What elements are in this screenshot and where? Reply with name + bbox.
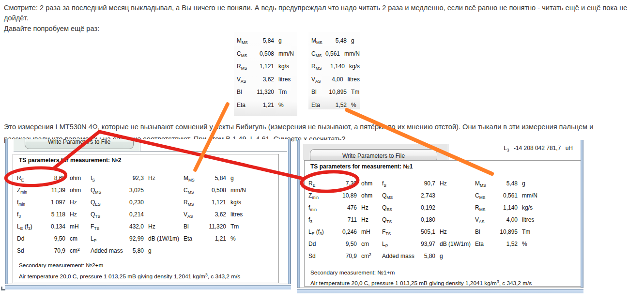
param-row: Sd70,9cm2	[308, 250, 372, 262]
param-value: 2,743	[412, 192, 435, 199]
param-unit: dB (1W/1m)	[440, 241, 471, 247]
param-row: f35 118Hz	[17, 208, 81, 220]
param-label: RMS	[237, 63, 254, 70]
param-value: 1,52	[328, 102, 347, 108]
param-row: FTS505,1Hz	[382, 226, 471, 238]
param-unit: cm2	[70, 247, 80, 254]
param-row: LE (f3)0,246mH	[308, 226, 372, 238]
param-column-3: MMS5,48gCMS0,561mm/NRMS1,140kg/sVAS4,00l…	[475, 177, 537, 250]
param-unit: Hz	[361, 216, 368, 223]
param-label: MMS	[237, 37, 254, 44]
param-unit: mm/N	[344, 50, 360, 57]
param-unit: mm/N	[230, 187, 246, 194]
param-label: Eta	[184, 235, 203, 242]
param-value: 0,214	[121, 211, 144, 218]
param-unit: Hz	[148, 223, 155, 230]
param-label: QMS	[91, 187, 121, 194]
param-unit: cm	[361, 241, 369, 247]
param-label: CMS	[184, 187, 203, 194]
param-unit: g	[148, 247, 152, 254]
ts-parameters-groupbox: TS parameters for measurement: №1 RE7,30…	[304, 160, 581, 287]
param-row: Zmin11,39ohm	[17, 184, 81, 196]
param-value: 11,320	[203, 223, 226, 230]
param-value: 8,69	[43, 175, 65, 182]
param-row: QTS0,180	[382, 213, 471, 226]
param-value: 7,30	[335, 180, 357, 187]
window-border-right	[581, 140, 583, 293]
param-row: RE7,30ohm	[308, 177, 372, 189]
param-row: MMS5,48g	[308, 34, 360, 47]
param-column-1: RE8,69ohmZmin11,39ohmfmin1 097Hzf35 118H…	[17, 172, 81, 257]
param-value: 11,39	[43, 187, 65, 194]
param-unit: Tm	[522, 228, 530, 235]
param-unit: mH	[361, 228, 370, 235]
param-label: CMS	[311, 50, 325, 57]
air-conditions-note: Air temperature 20,0 C, pressure 1 013,2…	[19, 273, 240, 280]
param-value: 1,121	[254, 63, 274, 70]
param-unit: litres	[348, 76, 360, 83]
param-unit: Hz	[440, 228, 447, 235]
measurement-window-1: Write Parameters to File L3 -14 208 042 …	[297, 140, 583, 293]
param-unit: cm	[70, 235, 77, 242]
param-label: RE	[308, 180, 335, 187]
param-label: LE (f3)	[308, 228, 335, 235]
param-column-3: MMS5,84gCMS0,508mm/NRMS1,121kg/sVAS3,62l…	[184, 172, 246, 244]
l3-value: -14 208 042 781,7	[514, 145, 561, 152]
window-border-right	[288, 139, 291, 289]
window-client-area: Write Parameters to File TS parameters f…	[8, 139, 288, 284]
param-value: 93,97	[412, 241, 435, 247]
param-value: 5,84	[203, 175, 226, 182]
param-value: 9,50	[335, 241, 357, 247]
param-value: 476	[335, 204, 357, 211]
param-value: 3,62	[203, 211, 226, 218]
param-unit: mm/N	[522, 192, 537, 199]
param-unit: g	[278, 37, 282, 44]
param-label: Bl	[475, 228, 494, 235]
param-value: 4,00	[326, 76, 343, 83]
param-label: f3	[17, 211, 43, 218]
secondary-measurement-note: Secondary measurement: №2+m	[19, 262, 103, 269]
param-row: fmin1 097Hz	[17, 196, 81, 208]
param-unit: %	[522, 241, 527, 247]
secondary-measurement-note: Secondary measurement: №1+m	[310, 269, 395, 276]
param-label: CMS	[237, 50, 254, 57]
param-row: MMS5,84g	[184, 172, 246, 184]
param-value: 0,192	[412, 204, 435, 211]
param-unit: Hz	[148, 175, 155, 182]
param-value: 3,62	[254, 76, 274, 83]
param-row: VAS4,00litres	[475, 213, 537, 226]
param-value: 10,89	[335, 192, 357, 199]
param-value: 1 097	[43, 199, 65, 206]
param-value: 0,134	[43, 223, 65, 230]
param-value: 11,320	[254, 89, 274, 95]
param-row: LP92,99dB (1W/1m)	[91, 232, 179, 244]
param-value: 5,80	[412, 253, 435, 259]
param-row: Bl11,320Tm	[234, 86, 297, 99]
param-label: Sd	[17, 247, 43, 254]
param-unit: g	[440, 253, 443, 259]
param-label: Zmin	[308, 192, 335, 199]
param-row: CMS0,508mm/N	[184, 184, 246, 196]
param-row: MMS5,48g	[475, 177, 537, 189]
param-unit: ohm	[361, 192, 372, 199]
param-row: QMS3,025	[91, 184, 179, 196]
param-unit: Hz	[440, 180, 447, 187]
param-unit: cm2	[361, 253, 371, 259]
param-unit: mH	[70, 223, 79, 230]
param-row: RMS1,121kg/s	[184, 196, 246, 208]
toolbar-panel: Write Parameters to File	[303, 144, 448, 160]
l3-unit: uH	[566, 145, 573, 152]
middle-line: Это измерения LMT530N 4Ω, которые не выз…	[4, 121, 593, 133]
param-unit: ohm	[70, 175, 81, 182]
param-unit: kg/s	[349, 63, 360, 70]
param-value: 0,561	[325, 50, 340, 57]
param-label: Eta	[311, 102, 328, 108]
param-row: VAS4,00litres	[308, 73, 360, 86]
param-row: CMS0,561mm/N	[475, 189, 537, 201]
write-parameters-button[interactable]: Write Parameters to File	[25, 139, 134, 149]
param-unit: Hz	[70, 211, 77, 218]
param-column-1: RE7,30ohmZmin10,89ohmfmin476Hzf3711HzLE …	[308, 177, 372, 262]
param-value: 432,0	[121, 223, 144, 230]
param-value: 1,52	[494, 241, 518, 247]
param-label: Zmin	[17, 187, 43, 194]
